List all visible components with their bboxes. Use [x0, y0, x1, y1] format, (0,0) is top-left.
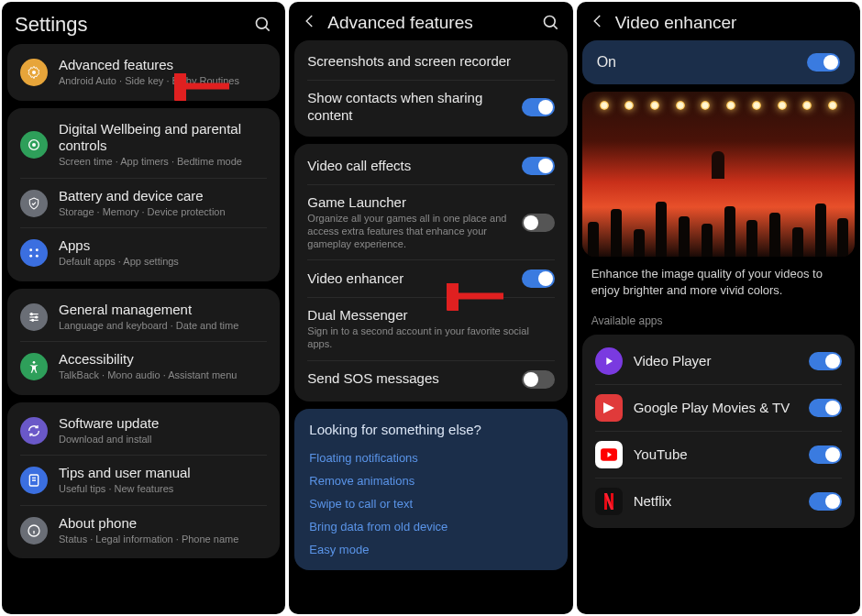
settings-row[interactable]: Screenshots and screen recorder — [294, 44, 567, 80]
section-label: Available apps — [582, 307, 855, 327]
playmovies-icon — [595, 394, 623, 422]
settings-row[interactable]: AppsDefault apps · App settings — [7, 228, 280, 278]
row-subtitle: Storage · Memory · Device protection — [59, 206, 267, 219]
row-title: About phone — [59, 515, 267, 533]
row-title: Battery and device care — [59, 188, 267, 205]
svg-point-2 — [32, 71, 36, 74]
settings-row[interactable]: AccessibilityTalkBack · Mono audio · Ass… — [7, 342, 280, 391]
row-title: General management — [59, 302, 267, 319]
youtube-icon — [595, 441, 623, 468]
toggle[interactable] — [522, 214, 555, 232]
advanced-features-screen: Advanced features Screenshots and screen… — [289, 2, 572, 614]
wellbeing-icon — [20, 131, 48, 159]
vplayer-icon — [595, 347, 623, 375]
row-title: Video call effects — [307, 158, 510, 175]
app-row[interactable]: Google Play Movies & TV — [582, 385, 855, 431]
looking-link[interactable]: Remove animations — [309, 469, 552, 492]
svg-point-7 — [29, 255, 32, 258]
app-name: Google Play Movies & TV — [634, 400, 798, 417]
settings-row[interactable]: About phoneStatus · Legal information · … — [7, 506, 280, 556]
settings-card: Software updateDownload and installTips … — [7, 402, 280, 559]
svg-point-24 — [544, 16, 555, 28]
row-subtitle: Android Auto · Side key · Bixby Routines — [59, 75, 267, 88]
app-row[interactable]: Netflix — [582, 478, 855, 524]
looking-link[interactable]: Floating notifications — [309, 446, 552, 469]
back-icon[interactable] — [590, 13, 606, 33]
preview-image — [582, 92, 855, 257]
netflix-icon — [595, 488, 623, 515]
header: Advanced features — [289, 2, 572, 40]
master-toggle[interactable] — [807, 53, 840, 72]
toggle[interactable] — [522, 370, 555, 389]
app-row[interactable]: YouTube — [582, 432, 855, 478]
settings-row[interactable]: General managementLanguage and keyboard … — [7, 292, 280, 342]
toggle[interactable] — [522, 98, 555, 116]
back-icon[interactable] — [302, 13, 318, 33]
settings-icon — [20, 59, 48, 86]
row-title: Advanced features — [59, 57, 267, 74]
row-title: Video enhancer — [307, 270, 510, 288]
settings-row[interactable]: Video call effects — [294, 148, 567, 184]
search-icon[interactable] — [254, 16, 272, 34]
row-title: Software update — [59, 415, 267, 433]
toggle[interactable] — [522, 270, 555, 288]
svg-line-1 — [266, 28, 270, 31]
toggle[interactable] — [809, 399, 842, 417]
looking-link[interactable]: Swipe to call or text — [309, 492, 552, 515]
looking-title: Looking for something else? — [309, 422, 552, 437]
looking-link[interactable]: Bring data from old device — [309, 515, 552, 538]
row-title: Screenshots and screen recorder — [307, 53, 554, 71]
app-name: YouTube — [634, 446, 798, 464]
settings-row[interactable]: Battery and device careStorage · Memory … — [7, 179, 280, 228]
app-name: Video Player — [634, 353, 798, 370]
settings-row[interactable]: Send SOS messages — [294, 361, 567, 398]
accessibility-icon — [20, 353, 48, 380]
settings-row[interactable]: Game LauncherOrganize all your games all… — [294, 185, 567, 259]
settings-row[interactable]: Digital Wellbeing and parental controlsS… — [7, 112, 280, 178]
page-title: Advanced features — [327, 13, 532, 33]
row-title: Tips and user manual — [59, 465, 267, 482]
row-subtitle: Screen time · App timers · Bedtime mode — [59, 156, 267, 169]
settings-card: Digital Wellbeing and parental controlsS… — [7, 108, 280, 281]
settings-row[interactable]: Show contacts when sharing content — [294, 81, 567, 134]
svg-point-0 — [257, 18, 268, 29]
app-row[interactable]: Video Player — [582, 338, 855, 384]
row-title: Show contacts when sharing content — [307, 90, 510, 125]
svg-point-6 — [36, 248, 39, 251]
looking-link[interactable]: Easy mode — [309, 538, 552, 561]
svg-point-12 — [30, 313, 32, 314]
toggle[interactable] — [522, 157, 555, 175]
settings-row[interactable]: Dual MessengerSign in to a second accoun… — [294, 298, 567, 359]
toggle[interactable] — [809, 352, 842, 370]
svg-marker-28 — [606, 358, 613, 365]
settings-row[interactable]: Advanced featuresAndroid Auto · Side key… — [7, 48, 280, 97]
apps-icon — [20, 239, 48, 267]
general-icon — [20, 303, 48, 331]
header: Video enhancer — [577, 2, 860, 40]
toggle[interactable] — [809, 492, 842, 511]
row-title: Send SOS messages — [307, 370, 510, 388]
row-subtitle: Language and keyboard · Date and time — [59, 320, 267, 333]
row-subtitle: Download and install — [59, 434, 267, 446]
settings-row[interactable]: Software updateDownload and install — [7, 406, 280, 456]
about-icon — [20, 517, 48, 544]
battery-icon — [20, 190, 48, 217]
settings-row[interactable]: Video enhancer — [294, 260, 567, 297]
search-icon[interactable] — [542, 14, 560, 32]
row-subtitle: Useful tips · New features — [59, 483, 267, 496]
svg-point-15 — [33, 361, 36, 364]
master-toggle-label: On — [597, 53, 807, 72]
row-title: Digital Wellbeing and parental controls — [59, 121, 267, 156]
looking-card: Looking for something else? Floating not… — [294, 409, 567, 570]
settings-screen: Settings Advanced featuresAndroid Auto ·… — [2, 2, 285, 614]
toggle[interactable] — [809, 446, 842, 464]
video-enhancer-screen: Video enhancer On Enhance the image qual… — [577, 2, 860, 614]
master-toggle-row[interactable]: On — [582, 40, 855, 84]
settings-row[interactable]: Tips and user manualUseful tips · New fe… — [7, 456, 280, 505]
page-title: Video enhancer — [615, 13, 847, 33]
svg-point-5 — [29, 248, 32, 251]
update-icon — [20, 417, 48, 445]
header: Settings — [2, 2, 285, 44]
svg-marker-29 — [603, 402, 614, 413]
row-title: Game Launcher — [307, 194, 510, 212]
